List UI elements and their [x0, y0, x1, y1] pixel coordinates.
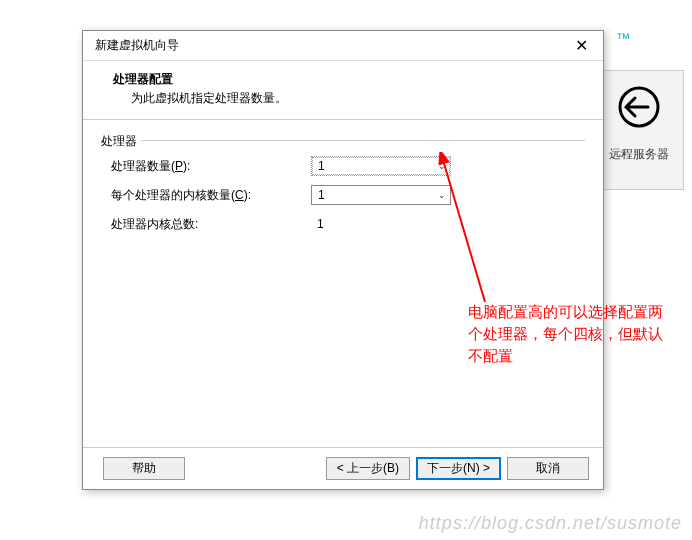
processor-count-dropdown[interactable]: 1 ⌄ [311, 156, 451, 176]
content-area: 处理器 处理器数量(P): 1 ⌄ 每个处理器的内核数量(C): 1 ⌄ [83, 120, 603, 447]
close-button[interactable]: ✕ [567, 35, 595, 57]
wizard-dialog: 新建虚拟机向导 ✕ 处理器配置 为此虚拟机指定处理器数量。 处理器 处理器数量(… [82, 30, 604, 490]
chevron-down-icon: ⌄ [434, 157, 450, 175]
cancel-button[interactable]: 取消 [507, 457, 589, 480]
cores-label: 每个处理器的内核数量(C): [111, 187, 311, 204]
processor-count-row: 处理器数量(P): 1 ⌄ [111, 155, 575, 177]
back-button[interactable]: < 上一步(B) [326, 457, 410, 480]
next-button[interactable]: 下一步(N) > [416, 457, 501, 480]
cores-dropdown[interactable]: 1 ⌄ [311, 185, 451, 205]
processor-count-value: 1 [312, 159, 434, 173]
chevron-down-icon: ⌄ [434, 186, 450, 204]
header-section: 处理器配置 为此虚拟机指定处理器数量。 [83, 61, 603, 120]
processor-count-label: 处理器数量(P): [111, 158, 311, 175]
button-bar: 帮助 < 上一步(B) 下一步(N) > 取消 [83, 447, 603, 489]
groupbox-label: 处理器 [101, 133, 141, 150]
cores-row: 每个处理器的内核数量(C): 1 ⌄ [111, 184, 575, 206]
watermark: https://blog.csdn.net/susmote [419, 513, 682, 534]
header-title: 处理器配置 [113, 71, 583, 88]
dialog-title: 新建虚拟机向导 [95, 37, 567, 54]
cores-value: 1 [312, 188, 434, 202]
total-row: 处理器内核总数: 1 [111, 213, 575, 235]
remote-server-panel: 远程服务器 [594, 70, 684, 190]
titlebar: 新建虚拟机向导 ✕ [83, 31, 603, 61]
remote-server-icon [618, 86, 660, 128]
total-label: 处理器内核总数: [111, 216, 311, 233]
help-button[interactable]: 帮助 [103, 457, 185, 480]
remote-server-label: 远程服务器 [609, 146, 669, 163]
total-value: 1 [311, 217, 324, 231]
header-subtitle: 为此虚拟机指定处理器数量。 [131, 90, 583, 107]
annotation-text: 电脑配置高的可以选择配置两个处理器，每个四核，但默认不配置 [468, 301, 668, 367]
background-tm: ™ [616, 30, 632, 46]
processor-groupbox: 处理器 处理器数量(P): 1 ⌄ 每个处理器的内核数量(C): 1 ⌄ [101, 140, 585, 252]
